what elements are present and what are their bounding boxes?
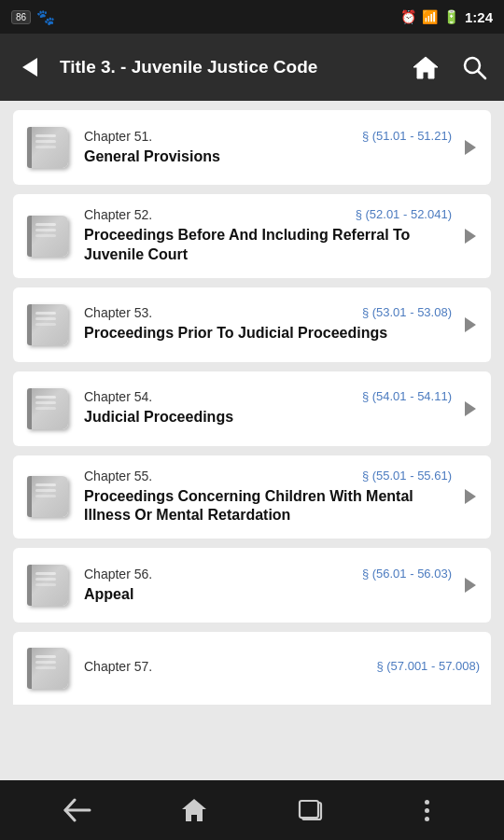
chapter-number: Chapter 52. <box>84 207 152 222</box>
chapter-text: Chapter 54. § (54.01 - 54.11) Judicial P… <box>84 389 452 427</box>
nav-menu-dot-2 <box>425 808 429 813</box>
chapter-header-row: Chapter 55. § (55.01 - 55.61) <box>84 469 452 483</box>
chapter-header-row: Chapter 52. § (52.01 - 52.041) <box>84 207 452 222</box>
status-bar: 86 🐾 ⏰ 📶 🔋 1:24 <box>0 0 504 34</box>
list-item[interactable]: Chapter 55. § (55.01 - 55.61) Proceeding… <box>13 455 491 539</box>
book-icon <box>27 388 68 429</box>
chapter-icon <box>24 385 71 432</box>
home-button[interactable] <box>405 47 446 88</box>
chapter-icon <box>24 562 71 609</box>
chapter-number: Chapter 56. <box>84 567 152 581</box>
chevron-icon <box>461 487 480 506</box>
chapter-title: Proceedings Prior To Judicial Proceeding… <box>84 324 452 343</box>
nav-menu-dot-3 <box>425 817 429 821</box>
nav-back-icon <box>63 798 91 822</box>
chapter-section: § (53.01 - 53.08) <box>362 305 452 319</box>
chapter-section: § (52.01 - 52.041) <box>356 207 452 221</box>
svg-line-1 <box>478 71 485 78</box>
chevron-right-icon <box>465 140 476 155</box>
book-icon <box>27 304 68 345</box>
battery-icon: 🔋 <box>443 9 459 24</box>
book-icon <box>27 565 68 606</box>
chapter-section: § (54.01 - 54.11) <box>362 389 452 403</box>
nav-recents-icon <box>298 799 324 821</box>
chapter-number: Chapter 53. <box>84 305 152 320</box>
chapter-title: Judicial Proceedings <box>84 408 452 427</box>
chapter-number: Chapter 54. <box>84 389 152 404</box>
list-item[interactable]: Chapter 51. § (51.01 - 51.21) General Pr… <box>13 110 491 185</box>
time-display: 1:24 <box>465 9 493 25</box>
chapter-icon <box>24 213 71 259</box>
chapter-section: § (57.001 - 57.008) <box>376 659 480 673</box>
status-right: ⏰ 📶 🔋 1:24 <box>400 9 493 25</box>
chapter-section: § (55.01 - 55.61) <box>362 469 452 483</box>
chapter-number: Chapter 55. <box>84 469 152 483</box>
chapter-header-row: Chapter 53. § (53.01 - 53.08) <box>84 305 452 320</box>
chapter-header-row: Chapter 57. § (57.001 - 57.008) <box>84 659 480 674</box>
chapter-list: Chapter 51. § (51.01 - 51.21) General Pr… <box>0 101 504 780</box>
home-icon <box>412 54 440 80</box>
wifi-icon: 📶 <box>422 9 438 24</box>
chapter-header-row: Chapter 51. § (51.01 - 51.21) <box>84 129 452 144</box>
chevron-icon <box>461 576 480 595</box>
book-icon <box>27 127 68 168</box>
back-button[interactable] <box>9 47 50 88</box>
chapter-text: Chapter 57. § (57.001 - 57.008) <box>84 659 480 678</box>
chapter-number: Chapter 57. <box>84 659 152 674</box>
chevron-right-icon <box>465 401 476 416</box>
book-icon <box>27 476 68 517</box>
nav-home-button[interactable] <box>166 788 222 833</box>
nav-back-button[interactable] <box>49 788 105 833</box>
nav-home-icon <box>180 797 208 823</box>
chapter-icon <box>24 645 71 692</box>
bottom-nav <box>0 780 504 840</box>
chapter-section: § (56.01 - 56.03) <box>362 567 452 581</box>
search-button[interactable] <box>454 47 495 88</box>
nav-recents-button[interactable] <box>283 788 339 833</box>
list-item[interactable]: Chapter 56. § (56.01 - 56.03) Appeal <box>13 548 491 623</box>
chevron-right-icon <box>465 317 476 332</box>
chapter-title: General Provisions <box>84 147 452 167</box>
chapter-title: Proceedings Concerning Children With Men… <box>84 487 452 526</box>
chapter-section: § (51.01 - 51.21) <box>362 129 452 143</box>
chapter-icon <box>24 473 71 520</box>
book-icon <box>27 216 68 257</box>
chapter-text: Chapter 55. § (55.01 - 55.61) Proceeding… <box>84 469 452 526</box>
chevron-icon <box>461 315 480 334</box>
chapter-title: Proceedings Before And Including Referra… <box>84 226 452 265</box>
back-arrow-icon <box>22 58 37 77</box>
alarm-icon: ⏰ <box>400 9 416 24</box>
chapter-text: Chapter 56. § (56.01 - 56.03) Appeal <box>84 567 452 605</box>
book-icon <box>27 648 68 689</box>
nav-menu-button[interactable] <box>399 788 455 833</box>
chapter-title: Appeal <box>84 585 452 605</box>
list-item[interactable]: Chapter 54. § (54.01 - 54.11) Judicial P… <box>13 371 491 446</box>
chapter-icon <box>24 301 71 348</box>
chapter-text: Chapter 51. § (51.01 - 51.21) General Pr… <box>84 129 452 167</box>
app-bar-icons <box>405 47 495 88</box>
chevron-right-icon <box>465 229 476 244</box>
chevron-right-icon <box>465 578 476 593</box>
chapter-header-row: Chapter 56. § (56.01 - 56.03) <box>84 567 452 581</box>
nav-menu-icon <box>425 800 429 821</box>
svg-rect-4 <box>300 801 318 818</box>
search-icon <box>461 54 487 80</box>
notification-badge: 86 <box>11 10 31 24</box>
chapter-text: Chapter 52. § (52.01 - 52.041) Proceedin… <box>84 207 452 265</box>
app-bar: Title 3. - Juvenile Justice Code <box>0 34 504 101</box>
chapter-number: Chapter 51. <box>84 129 152 144</box>
status-left: 86 🐾 <box>11 8 55 26</box>
chevron-icon <box>461 399 480 418</box>
chevron-icon <box>461 138 480 157</box>
list-item[interactable]: Chapter 53. § (53.01 - 53.08) Proceeding… <box>13 287 491 362</box>
nav-menu-dot-1 <box>425 800 429 805</box>
app-bar-title: Title 3. - Juvenile Justice Code <box>60 57 396 78</box>
list-item[interactable]: Chapter 52. § (52.01 - 52.041) Proceedin… <box>13 194 491 278</box>
chapter-text: Chapter 53. § (53.01 - 53.08) Proceeding… <box>84 305 452 343</box>
android-icon: 🐾 <box>36 8 55 26</box>
chapter-header-row: Chapter 54. § (54.01 - 54.11) <box>84 389 452 404</box>
chevron-right-icon <box>465 489 476 504</box>
chapter-icon <box>24 124 71 171</box>
chevron-icon <box>461 227 480 245</box>
list-item[interactable]: Chapter 57. § (57.001 - 57.008) <box>13 632 491 705</box>
